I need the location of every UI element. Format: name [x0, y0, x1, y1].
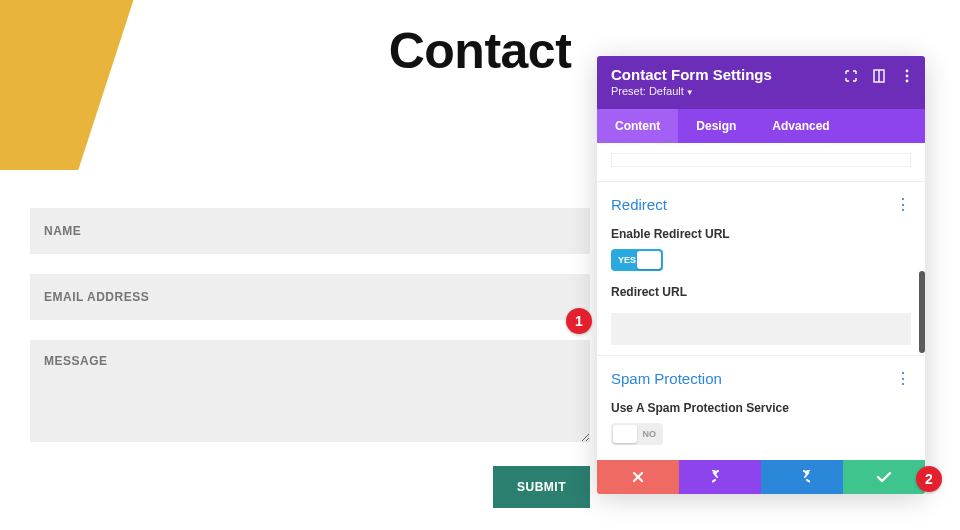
spam-section: Spam Protection ⋮ Use A Spam Protection …: [597, 355, 925, 455]
toggle-knob: [637, 251, 661, 269]
svg-point-3: [906, 75, 909, 78]
submit-button[interactable]: SUBMIT: [493, 466, 590, 508]
toggle-text: NO: [643, 429, 657, 439]
section-menu-icon[interactable]: ⋮: [895, 371, 911, 387]
save-button[interactable]: [843, 460, 925, 494]
email-field[interactable]: [30, 274, 590, 320]
panel-body: Redirect ⋮ Enable Redirect URL YES Redir…: [597, 143, 925, 460]
caret-down-icon: ▼: [686, 88, 694, 97]
spam-service-label: Use A Spam Protection Service: [611, 401, 911, 415]
panel-footer: [597, 460, 925, 494]
enable-redirect-toggle[interactable]: YES: [611, 249, 663, 271]
section-menu-icon[interactable]: ⋮: [895, 197, 911, 213]
name-field[interactable]: [30, 208, 590, 254]
undo-button[interactable]: [679, 460, 761, 494]
redo-button[interactable]: [761, 460, 843, 494]
section-title-spam: Spam Protection: [611, 370, 722, 387]
toggle-text: YES: [618, 255, 636, 265]
toggle-knob: [613, 425, 637, 443]
panel-tabs: Content Design Advanced: [597, 109, 925, 143]
previous-section-tail: [611, 153, 911, 181]
kebab-menu-icon[interactable]: [899, 68, 915, 84]
preset-selector[interactable]: Preset: Default▼: [611, 85, 911, 97]
redirect-url-input[interactable]: [611, 313, 911, 345]
settings-panel: Contact Form Settings Preset: Default▼ C…: [597, 56, 925, 494]
expand-icon[interactable]: [843, 68, 859, 84]
enable-redirect-label: Enable Redirect URL: [611, 227, 911, 241]
discard-button[interactable]: [597, 460, 679, 494]
spam-service-toggle[interactable]: NO: [611, 423, 663, 445]
scrollbar-thumb[interactable]: [919, 271, 925, 353]
panel-header: Contact Form Settings Preset: Default▼: [597, 56, 925, 109]
redirect-url-label: Redirect URL: [611, 285, 911, 299]
tab-design[interactable]: Design: [678, 109, 754, 143]
message-field[interactable]: [30, 340, 590, 442]
annotation-badge-2: 2: [916, 466, 942, 492]
section-title-redirect: Redirect: [611, 196, 667, 213]
preset-label: Preset: Default: [611, 85, 684, 97]
annotation-badge-1: 1: [566, 308, 592, 334]
contact-form: SUBMIT: [30, 208, 590, 508]
svg-point-2: [906, 70, 909, 73]
textarea-resize-handle[interactable]: [611, 153, 911, 167]
svg-point-4: [906, 80, 909, 83]
redirect-section: Redirect ⋮ Enable Redirect URL YES Redir…: [597, 182, 925, 355]
snap-icon[interactable]: [871, 68, 887, 84]
tab-content[interactable]: Content: [597, 109, 678, 143]
tab-advanced[interactable]: Advanced: [754, 109, 847, 143]
